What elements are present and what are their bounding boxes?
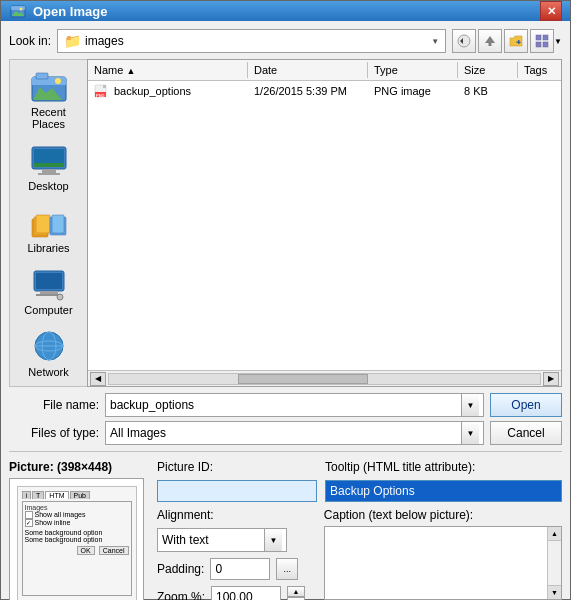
- alignment-combo[interactable]: With text ▼: [157, 528, 287, 552]
- close-button[interactable]: ✕: [540, 1, 562, 21]
- col-header-date[interactable]: Date: [248, 62, 368, 78]
- preview-tab-4: Pub: [70, 491, 90, 499]
- col-header-name[interactable]: Name ▲: [88, 62, 248, 78]
- look-in-row: Look in: 📁 images ▼: [9, 29, 562, 53]
- picture-id-label: Picture ID:: [157, 460, 317, 474]
- sidebar-network-label: Network: [28, 366, 68, 378]
- back-button[interactable]: [452, 29, 476, 53]
- padding-row: Padding: ...: [157, 558, 316, 580]
- hscroll-thumb[interactable]: [238, 374, 367, 384]
- open-button[interactable]: Open: [490, 393, 562, 417]
- file-row[interactable]: PNG backup_options 1/26/2015 5:39 PM PNG…: [88, 81, 561, 101]
- computer-icon: [29, 266, 69, 302]
- zoom-row: Zoom %: ▲ ▼: [157, 586, 316, 600]
- col-header-tags[interactable]: Tags: [518, 62, 561, 78]
- preview-checkbox-1: Show all images: [25, 511, 129, 519]
- alignment-value: With text: [162, 533, 264, 547]
- bottom-rows: File name: backup_options ▼ Open Files o…: [9, 393, 562, 445]
- caption-textarea[interactable]: ▲ ▼: [324, 526, 562, 600]
- filename-label: File name:: [9, 398, 99, 412]
- view-dropdown-arrow[interactable]: ▼: [554, 37, 562, 46]
- caption-scroll-up[interactable]: ▲: [548, 527, 561, 541]
- sidebar: Recent Places Deskt: [9, 59, 87, 387]
- folder-icon: 📁: [64, 33, 81, 49]
- sidebar-item-desktop[interactable]: Desktop: [14, 138, 84, 196]
- filetype-dropdown-btn[interactable]: ▼: [461, 422, 479, 444]
- svg-rect-11: [543, 35, 548, 40]
- svg-rect-13: [543, 42, 548, 47]
- preview-tab-1: i: [22, 491, 32, 499]
- sidebar-desktop-label: Desktop: [28, 180, 68, 192]
- col-header-size[interactable]: Size: [458, 62, 518, 78]
- hscroll-track: [108, 373, 541, 385]
- caption-scroll-down[interactable]: ▼: [548, 585, 561, 599]
- title-buttons: ✕: [540, 1, 562, 21]
- sidebar-libraries-label: Libraries: [27, 242, 69, 254]
- alignment-caption-row: Alignment: With text ▼ Padding: ... Zoom…: [157, 508, 562, 600]
- picture-id-input[interactable]: [157, 480, 317, 502]
- sidebar-item-computer[interactable]: Computer: [14, 262, 84, 320]
- new-folder-button[interactable]: [504, 29, 528, 53]
- zoom-up-btn[interactable]: ▲: [287, 586, 305, 597]
- preview-label: Picture: (398×448): [9, 460, 149, 474]
- up-button[interactable]: [478, 29, 502, 53]
- horizontal-scrollbar[interactable]: ◀ ▶: [88, 370, 561, 386]
- file-list-header: Name ▲ Date Type Size Tags: [88, 60, 561, 81]
- zoom-input[interactable]: [211, 586, 281, 600]
- sidebar-item-libraries[interactable]: Libraries: [14, 200, 84, 258]
- filename-combo[interactable]: backup_options ▼: [105, 393, 484, 417]
- file-name-cell: PNG backup_options: [88, 82, 248, 100]
- zoom-label: Zoom %:: [157, 590, 205, 600]
- preview-tab-bar: i T HTM Pub: [22, 491, 132, 499]
- toolbar-buttons: ▼: [452, 29, 562, 53]
- libraries-icon: [29, 204, 69, 240]
- desktop-icon: [29, 142, 69, 178]
- file-tags-cell: [518, 89, 561, 93]
- filename-dropdown-btn[interactable]: ▼: [461, 394, 479, 416]
- hscroll-right-btn[interactable]: ▶: [543, 372, 559, 386]
- filetype-row: Files of type: All Images ▼ Cancel: [9, 421, 562, 445]
- sidebar-item-recent[interactable]: Recent Places: [14, 64, 84, 134]
- file-list-container: Name ▲ Date Type Size Tags: [87, 59, 562, 387]
- lower-panel: Picture: (398×448) i T HTM Pub Images: [9, 451, 562, 600]
- preview-content: Images Show all images ✓ Show inline Som…: [22, 501, 132, 596]
- dialog-content: Look in: 📁 images ▼: [1, 21, 570, 600]
- zoom-spinner: ▲ ▼: [287, 586, 305, 600]
- sidebar-item-network[interactable]: Network: [14, 324, 84, 382]
- filetype-combo[interactable]: All Images ▼: [105, 421, 484, 445]
- file-size-cell: 8 KB: [458, 83, 518, 99]
- dialog-icon: [9, 2, 27, 20]
- picture-id-tooltip-row: Picture ID: Tooltip (HTML title attribut…: [157, 460, 562, 502]
- padding-input[interactable]: [210, 558, 270, 580]
- recent-places-icon: [29, 68, 69, 104]
- preview-box: i T HTM Pub Images Show all images: [9, 478, 144, 600]
- svg-rect-27: [36, 215, 50, 233]
- preview-cancel-btn: Cancel: [99, 546, 129, 555]
- network-icon: [29, 328, 69, 364]
- alignment-dropdown-btn[interactable]: ▼: [264, 529, 282, 551]
- tooltip-label: Tooltip (HTML title attribute):: [325, 460, 562, 474]
- hscroll-left-btn[interactable]: ◀: [90, 372, 106, 386]
- padding-label: Padding:: [157, 562, 204, 576]
- padding-browse-btn[interactable]: ...: [276, 558, 298, 580]
- sidebar-recent-label: Recent Places: [18, 106, 80, 130]
- tooltip-input[interactable]: [325, 480, 562, 502]
- png-file-icon: PNG: [94, 84, 110, 98]
- svg-point-34: [57, 294, 63, 300]
- svg-rect-29: [52, 215, 64, 233]
- filetype-label: Files of type:: [9, 426, 99, 440]
- look-in-label: Look in:: [9, 34, 51, 48]
- look-in-dropdown-arrow: ▼: [431, 37, 439, 46]
- view-menu-button[interactable]: [530, 29, 554, 53]
- svg-rect-12: [536, 42, 541, 47]
- filename-row: File name: backup_options ▼ Open: [9, 393, 562, 417]
- cancel-button[interactable]: Cancel: [490, 421, 562, 445]
- filename-value: backup_options: [110, 398, 461, 412]
- col-header-type[interactable]: Type: [368, 62, 458, 78]
- preview-checkbox-2: ✓ Show inline: [25, 519, 129, 527]
- alignment-col: Alignment: With text ▼ Padding: ... Zoom…: [157, 508, 316, 600]
- dialog-title: Open Image: [33, 4, 540, 19]
- preview-tab-3: HTM: [45, 491, 68, 499]
- file-date-cell: 1/26/2015 5:39 PM: [248, 83, 368, 99]
- look-in-combo[interactable]: 📁 images ▼: [57, 29, 446, 53]
